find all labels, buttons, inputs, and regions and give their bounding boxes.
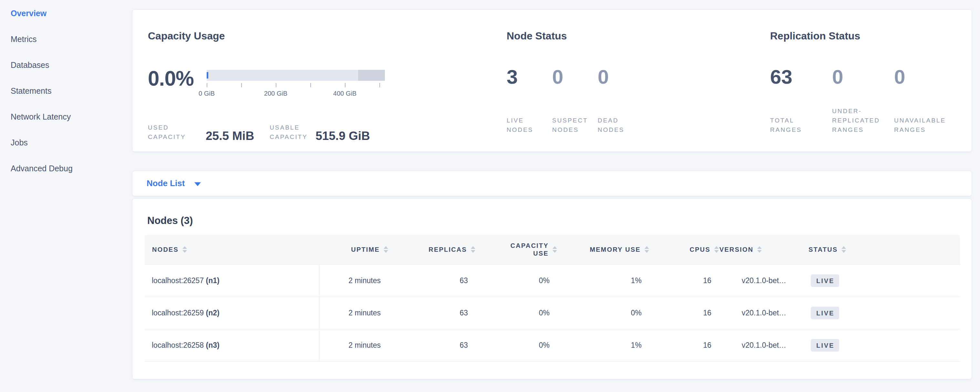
axis-tick (310, 83, 311, 87)
node-address: localhost:26258 (152, 341, 204, 349)
total-ranges-label: TOTAL RANGES (770, 116, 822, 134)
sort-icon (842, 246, 846, 253)
total-ranges-stat: 63 TOTAL RANGES (770, 66, 822, 134)
capacity-other-usage-segment (358, 70, 385, 81)
table-row[interactable]: localhost:26258 (n3) 2 minutes 63 0% 1% … (145, 329, 960, 361)
dead-nodes-stat: 0 DEAD NODES (598, 66, 633, 134)
status-badge: LIVE (811, 307, 839, 319)
axis-tick-label: 400 GiB (333, 90, 356, 97)
node-status-title: Node Status (507, 30, 770, 41)
sidebar-item-metrics[interactable]: Metrics (11, 35, 127, 43)
node-address-link[interactable]: localhost:26258 (n3) (152, 341, 220, 349)
column-header-status[interactable]: STATUS (808, 235, 960, 265)
table-row[interactable]: localhost:26257 (n1) 2 minutes 63 0% 1% … (145, 265, 960, 297)
nodes-table-title: Nodes (3) (147, 215, 959, 226)
node-address-link[interactable]: localhost:26259 (n2) (152, 309, 220, 317)
sidebar-item-overview[interactable]: Overview (11, 9, 127, 18)
capacity-use-cell: 0% (476, 297, 557, 329)
replication-status-section: Replication Status 63 TOTAL RANGES 0 UND… (770, 30, 956, 151)
capacity-gauge: 0 GiB200 GiB400 GiB (207, 70, 385, 102)
under-replicated-ranges-stat: 0 UNDER-REPLICATED RANGES (832, 66, 884, 134)
under-replicated-ranges-label: UNDER-REPLICATED RANGES (832, 106, 884, 134)
sidebar-item-databases[interactable]: Databases (11, 61, 127, 69)
view-selector-card: Node List (132, 171, 972, 196)
used-capacity-stat: USED CAPACITY 25.5 MiB (148, 123, 262, 142)
column-label-capacity-use: CAPACITY USE (505, 242, 549, 257)
memory-use-cell: 0% (557, 297, 649, 329)
live-nodes-label: LIVE NODES (507, 116, 542, 134)
sort-icon (644, 246, 649, 253)
sidebar: Overview Metrics Databases Statements Ne… (11, 9, 127, 190)
main-content: Capacity Usage 0.0% 0 GiB200 GiB400 GiB … (132, 10, 972, 379)
unavailable-ranges-stat: 0 UNAVAILABLE RANGES (894, 66, 946, 134)
memory-use-cell: 1% (557, 265, 649, 297)
used-capacity-label: USED CAPACITY (148, 123, 206, 142)
chevron-down-icon (194, 182, 201, 186)
sidebar-item-statements[interactable]: Statements (11, 87, 127, 95)
column-header-version[interactable]: VERSION (719, 235, 808, 265)
unavailable-ranges-value: 0 (894, 66, 946, 88)
cpus-cell: 16 (649, 329, 719, 361)
column-header-capacity-use[interactable]: CAPACITY USE (476, 235, 557, 265)
nodes-table-card: Nodes (3) NODES UPTIME REPLICAS (132, 198, 972, 379)
capacity-percent-used: 0.0% (148, 69, 207, 102)
node-list-dropdown-label: Node List (146, 178, 185, 188)
column-label-uptime: UPTIME (351, 246, 380, 253)
node-address-link[interactable]: localhost:26257 (n1) (152, 276, 220, 285)
unavailable-ranges-label: UNAVAILABLE RANGES (894, 116, 946, 134)
column-label-replicas: REPLICAS (428, 246, 467, 253)
version-cell: v20.1.0-bet… (719, 329, 808, 361)
replicas-cell: 63 (388, 329, 476, 361)
axis-tick-label: 0 GiB (199, 90, 215, 97)
cpus-cell: 16 (649, 265, 719, 297)
cpus-cell: 16 (649, 297, 719, 329)
replicas-cell: 63 (388, 265, 476, 297)
sort-icon (714, 246, 719, 253)
node-status-section: Node Status 3 LIVE NODES 0 SUSPECT NODES… (507, 30, 770, 151)
used-capacity-value: 25.5 MiB (206, 131, 262, 142)
live-nodes-stat: 3 LIVE NODES (507, 66, 542, 134)
node-list-dropdown[interactable]: Node List (146, 178, 201, 188)
sidebar-item-network-latency[interactable]: Network Latency (11, 112, 127, 121)
column-header-cpus[interactable]: CPUS (649, 235, 719, 265)
column-header-memory-use[interactable]: MEMORY USE (557, 235, 649, 265)
column-header-replicas[interactable]: REPLICAS (388, 235, 476, 265)
column-label-memory-use: MEMORY USE (590, 246, 641, 253)
capacity-gauge-axis: 0 GiB200 GiB400 GiB (207, 81, 385, 102)
capacity-use-cell: 0% (476, 265, 557, 297)
capacity-used-marker (207, 72, 208, 78)
capacity-gauge-row: 0.0% 0 GiB200 GiB400 GiB (148, 69, 507, 102)
cluster-summary-card: Capacity Usage 0.0% 0 GiB200 GiB400 GiB … (132, 10, 972, 152)
capacity-use-cell: 0% (476, 329, 557, 361)
axis-tick (207, 83, 207, 87)
sidebar-item-advanced-debug[interactable]: Advanced Debug (11, 164, 127, 172)
axis-tick (379, 83, 380, 87)
sidebar-item-jobs[interactable]: Jobs (11, 138, 127, 147)
node-address: localhost:26257 (152, 276, 204, 285)
column-header-nodes[interactable]: NODES (145, 235, 319, 265)
replication-status-title: Replication Status (770, 30, 956, 41)
axis-tick-label: 200 GiB (264, 90, 287, 97)
usable-capacity-stat: USABLE CAPACITY 515.9 GiB (270, 123, 378, 142)
status-badge: LIVE (811, 339, 839, 352)
table-row[interactable]: localhost:26259 (n2) 2 minutes 63 0% 0% … (145, 297, 960, 329)
replicas-cell: 63 (388, 297, 476, 329)
suspect-nodes-label: SUSPECT NODES (552, 116, 588, 134)
column-label-cpus: CPUS (690, 246, 710, 253)
sort-icon (471, 246, 475, 253)
replication-stats: 63 TOTAL RANGES 0 UNDER-REPLICATED RANGE… (770, 66, 956, 134)
column-label-version: VERSION (719, 246, 753, 253)
suspect-nodes-value: 0 (552, 66, 588, 88)
column-header-uptime[interactable]: UPTIME (319, 235, 388, 265)
node-status-stats: 3 LIVE NODES 0 SUSPECT NODES 0 DEAD NODE… (507, 66, 770, 134)
under-replicated-ranges-value: 0 (832, 66, 884, 88)
uptime-cell: 2 minutes (319, 265, 388, 297)
capacity-gauge-track (207, 70, 385, 81)
usable-capacity-value: 515.9 GiB (315, 131, 378, 142)
status-badge: LIVE (811, 274, 839, 287)
node-id: (n1) (206, 276, 220, 285)
node-id: (n2) (206, 309, 220, 317)
total-ranges-value: 63 (770, 66, 822, 88)
suspect-nodes-stat: 0 SUSPECT NODES (552, 66, 588, 134)
dead-nodes-label: DEAD NODES (598, 116, 633, 134)
